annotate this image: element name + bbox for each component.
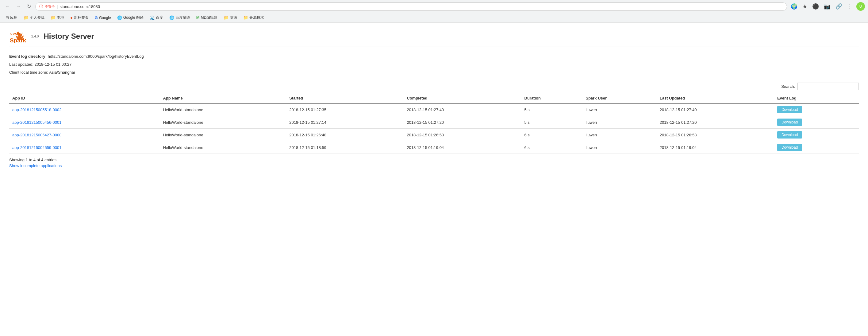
- forward-button[interactable]: →: [14, 3, 23, 10]
- cell-spark-user: liuwen: [583, 103, 656, 116]
- search-bar: Search:: [9, 83, 859, 90]
- browser-toolbar: ← → ↻ ⓘ 不安全 | 🌍 ★ ⚫ 📷 🔗 ⋮ U: [0, 0, 868, 13]
- share-icon[interactable]: 🔗: [834, 2, 843, 11]
- download-button[interactable]: Download: [777, 144, 802, 151]
- insecure-label: 不安全: [45, 4, 55, 9]
- cell-started: 2018-12-15 01:27:14: [286, 116, 404, 129]
- browser-chrome: ← → ↻ ⓘ 不安全 | 🌍 ★ ⚫ 📷 🔗 ⋮ U ⊞ 应用 📁 个人资源: [0, 0, 868, 23]
- bookmark-md-editor[interactable]: M MD编辑器: [194, 14, 220, 21]
- cell-app-id: app-20181215004559-0001: [9, 141, 160, 154]
- bookmark-opensource[interactable]: 📁 开源技术: [241, 14, 267, 21]
- bookmark-newtab[interactable]: ● 新标签页: [68, 14, 91, 21]
- bookmark-local[interactable]: 📁 本地: [48, 14, 67, 21]
- bookmark-google[interactable]: G Google: [92, 15, 114, 21]
- bookmarks-bar: ⊞ 应用 📁 个人资源 📁 本地 ● 新标签页 G Google 🌐 Googl…: [0, 13, 868, 23]
- cell-started: 2018-12-15 01:26:48: [286, 129, 404, 141]
- reload-button[interactable]: ↻: [25, 3, 33, 10]
- cell-app-id: app-20181215005456-0001: [9, 116, 160, 129]
- event-log-info: Event log directory: hdfs://standalone.c…: [9, 53, 859, 60]
- table-row: app-20181215005518-0002 HelloWorld-stand…: [9, 103, 859, 116]
- address-separator: |: [57, 4, 58, 9]
- page-title: History Server: [43, 32, 94, 40]
- showing-text: Showing 1 to 4 of 4 entries: [9, 158, 56, 162]
- last-updated-info: Last updated: 2018-12-15 01:00:27: [9, 60, 859, 68]
- back-button[interactable]: ←: [3, 3, 12, 10]
- table-row: app-20181215004559-0001 HelloWorld-stand…: [9, 141, 859, 154]
- table-container: App ID App Name Started Completed Durati…: [9, 93, 859, 154]
- avatar[interactable]: U: [856, 2, 865, 11]
- timezone-info: Client local time zone: Asia/Shanghai: [9, 68, 859, 77]
- table-row: app-20181215005427-0000 HelloWorld-stand…: [9, 129, 859, 141]
- cast-icon[interactable]: 📷: [823, 2, 832, 11]
- translate-icon: 🌐: [117, 16, 122, 20]
- bookmark-label: 新标签页: [74, 15, 89, 20]
- cell-spark-user: liuwen: [583, 116, 656, 129]
- bookmark-label: Google: [99, 16, 111, 20]
- app-id-link[interactable]: app-20181215004559-0001: [12, 145, 62, 150]
- url-input[interactable]: [60, 4, 783, 9]
- bookmark-label: 百度翻译: [176, 15, 190, 20]
- bookmark-baidu-translate[interactable]: 🌐 百度翻译: [167, 14, 193, 21]
- extension-icon[interactable]: ⚫: [811, 2, 820, 11]
- browser-actions: 🌍 ★ ⚫ 📷 🔗 ⋮ U: [789, 2, 865, 11]
- bookmark-personal[interactable]: 📁 个人资源: [21, 14, 47, 21]
- col-app-name: App Name: [160, 93, 286, 103]
- download-button[interactable]: Download: [777, 106, 802, 113]
- bookmark-label: 资源: [230, 15, 237, 20]
- bookmark-label: 应用: [10, 15, 18, 20]
- translate-icon[interactable]: 🌍: [789, 2, 799, 11]
- col-last-updated: Last Updated: [657, 93, 774, 103]
- col-duration: Duration: [521, 93, 583, 103]
- spark-version: 2.4.0: [31, 34, 39, 38]
- cell-started: 2018-12-15 01:18:59: [286, 141, 404, 154]
- spark-header: APACHE Spark 2.4.0 History Server: [9, 29, 859, 46]
- bookmark-label: 开源技术: [249, 15, 264, 20]
- col-event-log: Event Log: [774, 93, 859, 103]
- cell-app-name: HelloWorld-standalone: [160, 141, 286, 154]
- info-section: Event log directory: hdfs://standalone.c…: [9, 53, 859, 77]
- bookmark-resources[interactable]: 📁 资源: [221, 14, 240, 21]
- table-footer: Showing 1 to 4 of 4 entries Show incompl…: [9, 158, 859, 168]
- cell-last-updated: 2018-12-15 01:27:40: [657, 103, 774, 116]
- event-log-value: hdfs://standalone.com:9000/spark/log/his…: [48, 54, 144, 59]
- search-input[interactable]: [798, 83, 859, 90]
- download-button[interactable]: Download: [777, 118, 802, 126]
- md-icon: M: [196, 16, 200, 20]
- download-button[interactable]: Download: [777, 131, 802, 139]
- bookmark-label: Google 翻译: [123, 15, 144, 20]
- col-spark-user: Spark User: [583, 93, 656, 103]
- baidu-icon: 🌊: [150, 16, 155, 20]
- cell-duration: 6 s: [521, 129, 583, 141]
- app-id-link[interactable]: app-20181215005427-0000: [12, 133, 62, 137]
- last-updated-label: Last updated:: [9, 62, 33, 67]
- menu-icon[interactable]: ⋮: [846, 2, 854, 11]
- cell-event-log: Download: [774, 141, 859, 154]
- app-id-link[interactable]: app-20181215005456-0001: [12, 120, 62, 125]
- cell-completed: 2018-12-15 01:26:53: [404, 129, 521, 141]
- bookmark-google-translate[interactable]: 🌐 Google 翻译: [115, 14, 146, 21]
- svg-text:Spark: Spark: [10, 37, 26, 43]
- cell-last-updated: 2018-12-15 01:26:53: [657, 129, 774, 141]
- baidu-translate-icon: 🌐: [169, 16, 174, 20]
- bookmark-label: 个人资源: [30, 15, 44, 20]
- apps-table: App ID App Name Started Completed Durati…: [9, 93, 859, 154]
- show-incomplete-link[interactable]: Show incomplete applications: [9, 163, 859, 168]
- app-id-link[interactable]: app-20181215005518-0002: [12, 108, 62, 112]
- cell-app-name: HelloWorld-standalone: [160, 103, 286, 116]
- bookmark-baidu[interactable]: 🌊 百度: [147, 14, 166, 21]
- search-label: Search:: [781, 84, 795, 89]
- page-content: APACHE Spark 2.4.0 History Server Event …: [0, 23, 868, 174]
- bookmark-apps[interactable]: ⊞ 应用: [3, 14, 20, 21]
- table-header-row: App ID App Name Started Completed Durati…: [9, 93, 859, 103]
- cell-completed: 2018-12-15 01:27:40: [404, 103, 521, 116]
- cell-spark-user: liuwen: [583, 141, 656, 154]
- cell-event-log: Download: [774, 129, 859, 141]
- bookmark-label: 百度: [156, 15, 163, 20]
- bookmark-icon[interactable]: ★: [801, 2, 808, 11]
- address-bar[interactable]: ⓘ 不安全 |: [35, 2, 787, 11]
- cell-app-id: app-20181215005518-0002: [9, 103, 160, 116]
- col-app-id: App ID: [9, 93, 160, 103]
- folder-icon: 📁: [24, 16, 29, 20]
- timezone-label: Client local time zone:: [9, 70, 48, 75]
- folder-icon: 📁: [51, 16, 56, 20]
